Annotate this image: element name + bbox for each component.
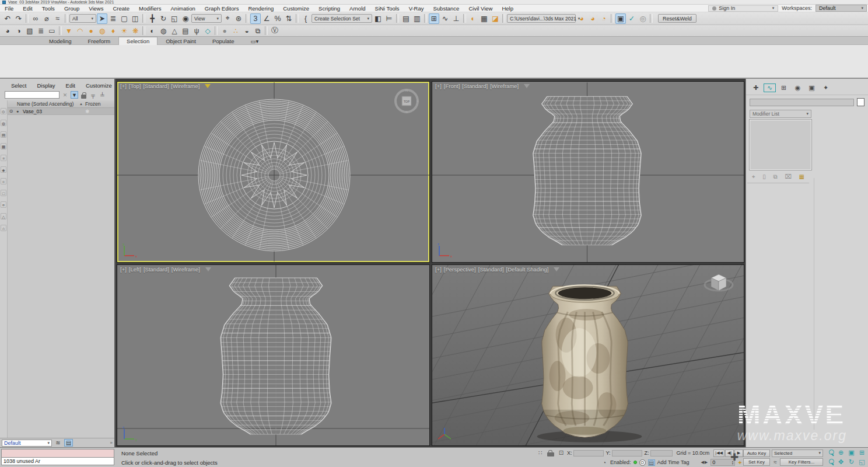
state-sets-check-icon[interactable]: ✓	[626, 13, 637, 24]
angle-snap-icon[interactable]: ∠	[261, 13, 272, 24]
display-filter-icon[interactable]: ▼	[71, 91, 78, 99]
sign-in-button[interactable]: Sign In▾	[708, 5, 778, 12]
zoom-all-icon[interactable]: ⊕	[836, 448, 846, 457]
vray-swatches-icon[interactable]: ∴	[230, 26, 241, 36]
bind-to-space-warp-icon[interactable]: ≈	[52, 13, 63, 24]
keyboard-override-icon[interactable]: {	[300, 13, 311, 24]
menu-customize[interactable]: Customize	[278, 5, 314, 12]
schematic-view-icon[interactable]: ⊥	[451, 13, 461, 24]
selection-region-icon[interactable]: ▢	[119, 13, 130, 24]
vray-sphere-light-icon[interactable]: ●	[86, 26, 96, 36]
vray-environment-icon[interactable]: ◍	[158, 26, 169, 36]
explorer-selection-set-icon[interactable]: ◍	[1, 120, 6, 126]
modify-tab-icon[interactable]: ∿	[764, 83, 776, 92]
menu-animation[interactable]: Animation	[166, 5, 200, 12]
select-and-place-icon[interactable]: ◉	[180, 13, 191, 24]
modifier-list-dropdown[interactable]: Modifier List▾	[750, 110, 811, 118]
menu-sini-tools[interactable]: SiNi Tools	[370, 5, 404, 12]
listener-output-row[interactable]: 1038 unused Ar	[1, 457, 114, 465]
go-to-start-button[interactable]: |◀◀	[713, 449, 724, 457]
gizmo-plus-icon[interactable]: ✚	[728, 451, 741, 463]
overflow-chevron-icon[interactable]: »	[110, 440, 113, 445]
viewport-standard-label[interactable]: [Standard]	[462, 83, 488, 89]
per-viewport-filter-icon[interactable]	[524, 84, 530, 88]
layers-icon[interactable]: ≋	[54, 439, 62, 447]
motion-tab-icon[interactable]: ◉	[792, 83, 804, 92]
zoom-extents-icon[interactable]: ▣	[846, 448, 856, 457]
render-help-icon[interactable]: ◎	[638, 13, 648, 24]
make-unique-icon[interactable]: ⧉	[774, 173, 778, 180]
explorer-empty-list[interactable]	[8, 115, 114, 438]
tab-freeform[interactable]: Freeform	[80, 37, 119, 45]
explorer-sort-mode-icon[interactable]: ≡	[1, 155, 6, 161]
viewport-standard-label[interactable]: [Standard]	[143, 83, 169, 89]
viewport-shading-label[interactable]: [Default Shading]	[506, 266, 549, 273]
explorer-filter-cameras-icon[interactable]: △	[1, 213, 6, 219]
explorer-menu-customize[interactable]: Customize	[80, 82, 117, 89]
menu-help[interactable]: Help	[497, 5, 518, 12]
explorer-menu-select[interactable]: Select	[6, 82, 32, 89]
show-end-result-icon[interactable]: ▯	[762, 173, 766, 180]
select-and-move-icon[interactable]: ╋	[147, 13, 158, 24]
per-viewport-filter-icon[interactable]	[205, 84, 211, 88]
hierarchy-tab-icon[interactable]: ⊞	[778, 83, 790, 92]
selection-filter-dropdown[interactable]: All	[69, 14, 96, 23]
menu-create[interactable]: Create	[108, 5, 134, 12]
menu-file[interactable]: File	[0, 5, 18, 12]
listener-macro-row[interactable]	[1, 449, 114, 458]
modifier-stack[interactable]	[750, 120, 811, 170]
render-setup-icon[interactable]: ▦	[479, 13, 489, 24]
vray-proxy-icon[interactable]: ⧉	[253, 26, 263, 36]
menu-rendering[interactable]: Rendering	[243, 5, 278, 12]
menu-vray[interactable]: V-Ray	[404, 5, 429, 12]
z-coordinate-field[interactable]	[650, 450, 673, 456]
explorer-menu-edit[interactable]: Edit	[61, 82, 80, 89]
select-and-manipulate-icon[interactable]: ⊛	[233, 13, 244, 24]
utilities-tab-icon[interactable]: ✦	[820, 83, 832, 92]
vray-caustics-icon[interactable]: △	[169, 26, 180, 36]
viewport-shading-label[interactable]: [Wireframe]	[490, 83, 519, 89]
auto-key-button[interactable]: Auto Key	[743, 449, 770, 457]
explorer-menu-display[interactable]: Display	[32, 82, 60, 89]
render-in-cloud-icon[interactable]: ◕	[587, 13, 598, 24]
render-production-icon[interactable]: ◕	[576, 13, 587, 24]
explorer-filter-helpers-icon[interactable]: ⌂	[1, 225, 6, 231]
snaps-toggle-icon[interactable]: 3	[250, 13, 261, 24]
explorer-filter-shapes-icon[interactable]: □	[1, 190, 6, 196]
rendered-frame-icon[interactable]: ◪	[490, 13, 501, 24]
per-viewport-filter-icon[interactable]	[205, 267, 211, 271]
reset-weld-button[interactable]: Reset&Weld	[658, 14, 696, 23]
zoom-region-icon[interactable]	[825, 458, 835, 466]
ribbon-config-icon[interactable]: ▭▾	[242, 37, 267, 45]
explorer-find-icon[interactable]: ⊙	[1, 108, 6, 114]
vray-gi-icon[interactable]: ◐	[147, 26, 158, 36]
vray-vfb-v-icon[interactable]: Ⓥ	[270, 26, 280, 36]
maximize-viewport-toggle-icon[interactable]: ◱	[857, 458, 867, 466]
tab-populate[interactable]: Populate	[204, 37, 243, 45]
ribbon-toggle-icon[interactable]: ⊞	[429, 13, 439, 24]
per-viewport-filter-icon[interactable]	[554, 267, 559, 271]
menu-tools[interactable]: Tools	[37, 5, 60, 12]
viewport-menu-plus[interactable]: [+]	[120, 83, 127, 89]
key-filters-button[interactable]: Key Filters...	[780, 458, 823, 466]
explorer-filter-combo-icon[interactable]: ◈	[1, 166, 6, 173]
material-editor-icon[interactable]: ◐	[468, 13, 478, 24]
viewport-shading-label[interactable]: [Wireframe]	[172, 266, 200, 273]
reference-coordinate-dropdown[interactable]: View	[191, 14, 222, 23]
viewport-top[interactable]: [+] [Top] [Standard] [Wireframe] TOP N E…	[117, 81, 430, 263]
pin-stack-icon[interactable]: ⌖	[752, 173, 755, 180]
remove-modifier-icon[interactable]: ⌧	[785, 173, 792, 180]
vray-lens-icon[interactable]: ◒	[242, 26, 252, 36]
unlink-selection-icon[interactable]: ⌀	[41, 13, 52, 24]
select-and-link-icon[interactable]: ∞	[30, 13, 41, 24]
menu-graph-editors[interactable]: Graph Editors	[200, 5, 244, 12]
vray-camera-icon[interactable]: ▧	[24, 26, 35, 36]
explorer-filter-geometry-icon[interactable]: ⌗	[1, 178, 6, 184]
curve-editor-icon[interactable]: ∿	[440, 13, 450, 24]
object-name-field[interactable]	[750, 99, 854, 106]
vray-volume-grid-icon[interactable]: ◇	[202, 26, 213, 36]
set-key-button[interactable]: Set Key	[743, 458, 770, 466]
viewcube-top[interactable]: TOP N E S	[393, 88, 420, 114]
explorer-search-input[interactable]	[5, 91, 60, 99]
use-pivot-center-icon[interactable]: ⌖	[222, 13, 233, 24]
